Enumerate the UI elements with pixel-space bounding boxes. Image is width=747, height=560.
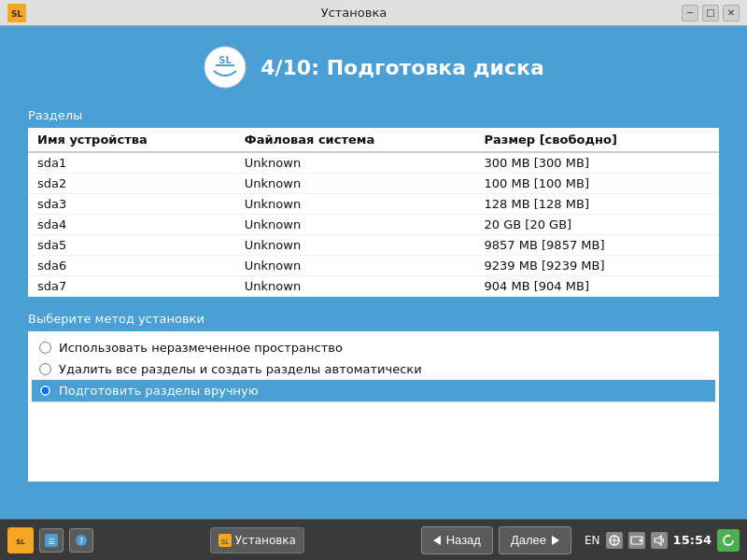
cell-size: 300 MB [300 MB] bbox=[475, 152, 719, 174]
svg-text:SL: SL bbox=[11, 9, 22, 19]
back-button[interactable]: Назад bbox=[421, 526, 493, 554]
method-option[interactable]: Использовать неразмеченное пространство bbox=[32, 337, 715, 358]
svg-point-2 bbox=[204, 47, 246, 88]
app-icon: SL bbox=[7, 4, 26, 22]
next-label: Далее bbox=[511, 533, 546, 547]
cell-size: 128 MB [128 MB] bbox=[475, 194, 719, 215]
method-option[interactable]: Подготовить разделы вручную bbox=[32, 380, 715, 401]
volume-icon bbox=[651, 532, 668, 549]
window-title: Установка bbox=[26, 6, 682, 20]
next-arrow-icon bbox=[552, 536, 559, 545]
cell-fs: Unknown bbox=[235, 152, 475, 174]
drive-icon bbox=[628, 532, 645, 549]
method-radio[interactable] bbox=[39, 385, 51, 397]
method-option-label: Удалить все разделы и создать разделы ав… bbox=[59, 362, 422, 376]
content-area: Разделы Имя устройства Файловая система … bbox=[28, 108, 719, 510]
start-button[interactable]: SL bbox=[7, 527, 34, 553]
svg-text:SL: SL bbox=[16, 539, 25, 546]
table-row[interactable]: sda3 Unknown 128 MB [128 MB] bbox=[28, 194, 719, 215]
table-row[interactable]: sda5 Unknown 9857 MB [9857 MB] bbox=[28, 235, 719, 256]
cell-size: 20 GB [20 GB] bbox=[475, 215, 719, 235]
cell-size: 9239 MB [9239 MB] bbox=[475, 256, 719, 276]
cell-size: 100 MB [100 MB] bbox=[475, 174, 719, 194]
cell-device: sda1 bbox=[28, 152, 235, 174]
cell-device: sda6 bbox=[28, 256, 235, 276]
close-button[interactable]: ✕ bbox=[723, 5, 740, 21]
cell-fs: Unknown bbox=[235, 194, 475, 215]
method-options-box: Использовать неразмеченное пространство … bbox=[28, 331, 719, 482]
maximize-button[interactable]: □ bbox=[702, 5, 719, 21]
method-label: Выберите метод установки bbox=[28, 312, 719, 326]
cell-device: sda5 bbox=[28, 235, 235, 256]
svg-text:SL: SL bbox=[218, 55, 232, 65]
refresh-icon[interactable] bbox=[717, 529, 740, 552]
taskbar: SL ☰ ? SL Установка bbox=[0, 519, 747, 560]
partitions-table: Имя устройства Файловая система Размер [… bbox=[28, 128, 719, 297]
svg-marker-18 bbox=[655, 536, 661, 545]
cell-fs: Unknown bbox=[235, 215, 475, 235]
cell-fs: Unknown bbox=[235, 235, 475, 256]
cell-size: 904 MB [904 MB] bbox=[475, 276, 719, 297]
table-row[interactable]: sda1 Unknown 300 MB [300 MB] bbox=[28, 152, 719, 174]
col-fs: Файловая система bbox=[235, 128, 475, 152]
taskbar-app-button[interactable]: SL Установка bbox=[210, 527, 304, 553]
svg-text:?: ? bbox=[79, 538, 83, 546]
taskbar-icon-2[interactable]: ☰ bbox=[39, 528, 63, 553]
taskbar-left: SL ☰ ? bbox=[7, 527, 93, 553]
window-controls: − □ ✕ bbox=[682, 5, 740, 21]
taskbar-app-label: Установка bbox=[235, 534, 296, 547]
table-header: Имя устройства Файловая система Размер [… bbox=[28, 128, 719, 152]
table-row[interactable]: sda7 Unknown 904 MB [904 MB] bbox=[28, 276, 719, 297]
clock-display: 15:54 bbox=[673, 533, 712, 547]
cell-fs: Unknown bbox=[235, 256, 475, 276]
locale-indicator: EN bbox=[585, 534, 600, 547]
taskbar-center: SL Установка bbox=[210, 527, 304, 553]
col-device: Имя устройства bbox=[28, 128, 235, 152]
table-row[interactable]: sda6 Unknown 9239 MB [9239 MB] bbox=[28, 256, 719, 276]
cell-device: sda7 bbox=[28, 276, 235, 297]
cell-device: sda4 bbox=[28, 215, 235, 235]
method-option[interactable]: Удалить все разделы и создать разделы ав… bbox=[32, 358, 715, 380]
table-row[interactable]: sda4 Unknown 20 GB [20 GB] bbox=[28, 215, 719, 235]
main-content: SL 4/10: Подготовка диска Разделы Имя ус… bbox=[0, 26, 747, 519]
step-logo: SL bbox=[203, 45, 247, 90]
method-option-label: Использовать неразмеченное пространство bbox=[59, 341, 343, 355]
back-arrow-icon bbox=[433, 536, 441, 545]
cell-size: 9857 MB [9857 MB] bbox=[475, 235, 719, 256]
method-radio[interactable] bbox=[39, 342, 51, 354]
step-title: 4/10: Подготовка диска bbox=[261, 56, 544, 79]
titlebar: SL Установка − □ ✕ bbox=[0, 0, 747, 26]
table-row[interactable]: sda2 Unknown 100 MB [100 MB] bbox=[28, 174, 719, 194]
cell-fs: Unknown bbox=[235, 276, 475, 297]
step-header: SL 4/10: Подготовка диска bbox=[28, 45, 719, 90]
cell-device: sda3 bbox=[28, 194, 235, 215]
svg-text:SL: SL bbox=[221, 539, 229, 546]
cell-device: sda2 bbox=[28, 174, 235, 194]
network-icon bbox=[606, 532, 623, 549]
cell-fs: Unknown bbox=[235, 174, 475, 194]
col-size: Размер [свободно] bbox=[475, 128, 719, 152]
method-content-area bbox=[32, 401, 715, 476]
minimize-button[interactable]: − bbox=[682, 5, 698, 21]
method-option-label: Подготовить разделы вручную bbox=[59, 384, 259, 398]
taskbar-icon-3[interactable]: ? bbox=[69, 528, 93, 553]
next-button[interactable]: Далее bbox=[499, 526, 571, 554]
svg-marker-19 bbox=[728, 534, 731, 537]
nav-buttons: Назад Далее bbox=[421, 526, 571, 554]
svg-text:☰: ☰ bbox=[48, 538, 54, 546]
method-radio[interactable] bbox=[39, 363, 51, 375]
taskbar-right: Назад Далее EN bbox=[421, 526, 740, 554]
back-label: Назад bbox=[446, 533, 481, 547]
partitions-label: Разделы bbox=[28, 108, 719, 122]
svg-point-17 bbox=[639, 539, 641, 541]
